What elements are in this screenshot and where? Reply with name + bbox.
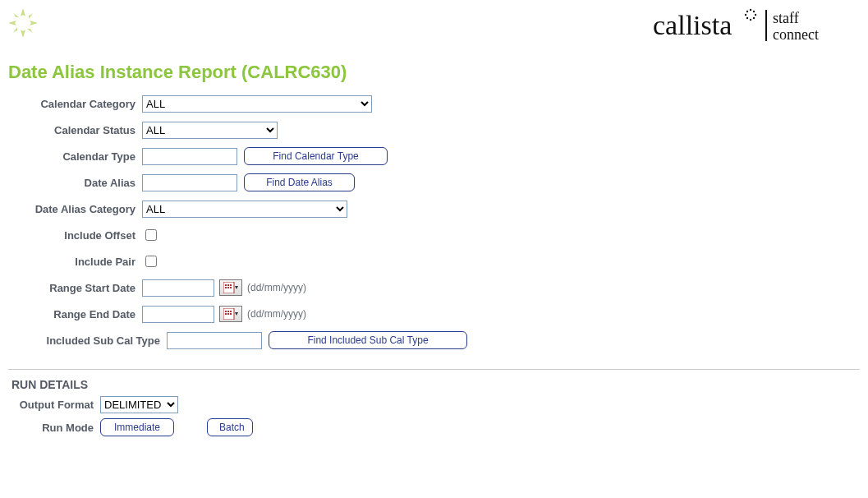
brand-tag2: connect — [773, 26, 819, 43]
svg-rect-20 — [230, 284, 232, 286]
svg-marker-2 — [21, 30, 25, 38]
label-calendar-category: Calendar Category — [8, 98, 142, 110]
svg-rect-30 — [227, 313, 229, 315]
run-details-heading: RUN DETAILS — [11, 378, 868, 391]
svg-point-11 — [745, 14, 746, 16]
svg-rect-28 — [230, 311, 232, 312]
include-pair-checkbox[interactable] — [145, 256, 157, 267]
svg-marker-7 — [12, 12, 19, 17]
range-end-date-input[interactable] — [142, 306, 214, 323]
date-alias-category-select[interactable]: ALL — [142, 201, 347, 218]
svg-rect-26 — [225, 311, 227, 312]
svg-marker-3 — [8, 21, 16, 25]
label-calendar-type: Calendar Type — [8, 150, 142, 163]
svg-marker-24 — [235, 286, 238, 289]
run-immediate-button[interactable]: Immediate — [100, 418, 174, 436]
label-calendar-status: Calendar Status — [8, 124, 142, 136]
svg-point-10 — [753, 11, 755, 12]
label-include-pair: Include Pair — [8, 256, 142, 268]
app-logo-right: callista staff connect — [653, 7, 861, 47]
svg-rect-31 — [230, 313, 232, 315]
section-divider — [8, 369, 860, 370]
svg-rect-29 — [225, 313, 227, 315]
include-offset-checkbox[interactable] — [145, 229, 157, 241]
range-start-date-input[interactable] — [142, 279, 214, 297]
svg-point-12 — [755, 14, 756, 16]
label-include-offset: Include Offset — [8, 229, 142, 242]
hint-date-format-start: (dd/mm/yyyy) — [247, 282, 306, 293]
label-date-alias: Date Alias — [8, 177, 142, 189]
brand-tag1: staff — [773, 10, 799, 26]
svg-point-14 — [750, 19, 751, 21]
report-form: Calendar Category ALL Calendar Status AL… — [8, 93, 868, 351]
brand-name: callista — [653, 10, 732, 40]
label-range-start-date: Range Start Date — [8, 282, 142, 294]
svg-rect-22 — [227, 287, 229, 288]
find-calendar-type-button[interactable]: Find Calendar Type — [244, 147, 388, 165]
run-batch-button[interactable]: Batch — [207, 418, 253, 436]
find-date-alias-button[interactable]: Find Date Alias — [244, 173, 355, 191]
svg-marker-32 — [235, 312, 238, 316]
svg-point-15 — [753, 17, 755, 19]
svg-rect-23 — [230, 287, 232, 288]
svg-point-9 — [750, 9, 751, 11]
calendar-status-select[interactable]: ALL — [142, 122, 278, 139]
label-range-end-date: Range End Date — [8, 308, 142, 320]
svg-marker-1 — [30, 21, 38, 25]
label-run-mode: Run Mode — [8, 422, 100, 434]
included-sub-cal-type-input[interactable] — [167, 332, 262, 349]
svg-rect-19 — [227, 284, 229, 286]
app-logo-left — [7, 7, 39, 39]
calendar-category-select[interactable]: ALL — [142, 95, 372, 113]
svg-marker-4 — [29, 12, 34, 19]
calendar-picker-start-icon[interactable] — [219, 279, 242, 296]
calendar-type-input[interactable] — [142, 148, 237, 165]
svg-marker-0 — [21, 8, 25, 16]
page-title: Date Alias Instance Report (CALRC630) — [8, 62, 868, 83]
label-included-sub-cal-type: Included Sub Cal Type — [8, 334, 167, 347]
calendar-picker-end-icon[interactable] — [219, 306, 242, 322]
hint-date-format-end: (dd/mm/yyyy) — [247, 308, 306, 320]
svg-rect-27 — [227, 311, 229, 312]
svg-marker-6 — [12, 27, 17, 34]
label-output-format: Output Format — [8, 399, 100, 411]
svg-rect-18 — [225, 284, 227, 286]
svg-point-13 — [746, 17, 748, 19]
svg-point-8 — [746, 11, 748, 12]
svg-marker-5 — [27, 29, 34, 34]
svg-rect-21 — [225, 287, 227, 288]
date-alias-input[interactable] — [142, 174, 237, 191]
output-format-select[interactable]: DELIMITED — [100, 396, 178, 413]
label-date-alias-category: Date Alias Category — [8, 203, 142, 215]
find-included-sub-cal-type-button[interactable]: Find Included Sub Cal Type — [269, 331, 467, 349]
